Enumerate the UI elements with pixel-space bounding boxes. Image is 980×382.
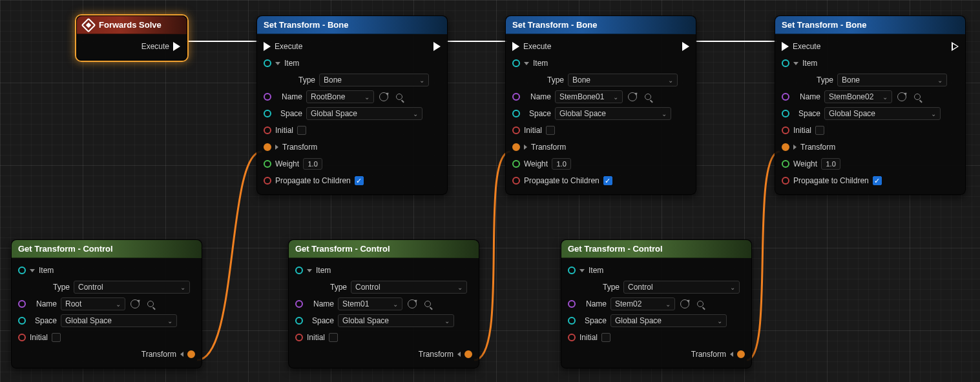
name-dropdown[interactable]: Stem02⌄	[610, 297, 675, 310]
item-pin[interactable]	[18, 266, 26, 274]
expand-transform-icon[interactable]	[180, 352, 183, 357]
expand-transform-icon[interactable]	[730, 352, 733, 357]
reset-icon[interactable]	[129, 298, 141, 310]
node-get-transform-control[interactable]: Get Transform - Control Item Type Contro…	[11, 239, 202, 368]
exec-out-pin[interactable]	[682, 42, 689, 51]
initial-pin[interactable]	[18, 334, 26, 341]
node-header[interactable]: Get Transform - Control	[289, 240, 479, 258]
space-dropdown[interactable]: Global Space⌄	[610, 314, 727, 327]
type-dropdown[interactable]: Bone⌄	[568, 74, 678, 86]
browse-icon[interactable]	[145, 298, 156, 310]
transform-out-pin[interactable]	[737, 350, 745, 358]
initial-checkbox[interactable]	[52, 333, 61, 342]
space-pin[interactable]	[18, 317, 26, 325]
collapse-item-icon[interactable]	[307, 269, 312, 272]
name-pin[interactable]	[512, 93, 520, 101]
collapse-item-icon[interactable]	[524, 62, 529, 65]
collapse-item-icon[interactable]	[30, 269, 35, 272]
transform-out-pin[interactable]	[464, 350, 472, 358]
propagate-pin[interactable]	[512, 177, 520, 185]
item-pin[interactable]	[568, 266, 576, 274]
propagate-checkbox[interactable]	[873, 176, 882, 185]
item-pin[interactable]	[512, 59, 520, 67]
initial-pin[interactable]	[512, 126, 520, 134]
type-dropdown[interactable]: Bone⌄	[319, 74, 429, 86]
collapse-item-icon[interactable]	[275, 62, 280, 65]
node-get-transform-control[interactable]: Get Transform - Control Item Type Contro…	[288, 239, 479, 368]
weight-input[interactable]: 1.0	[821, 158, 840, 170]
node-header[interactable]: Get Transform - Control	[12, 240, 202, 258]
collapse-item-icon[interactable]	[793, 62, 798, 65]
weight-pin[interactable]	[512, 160, 520, 168]
space-pin[interactable]	[568, 317, 576, 325]
type-dropdown[interactable]: Bone⌄	[837, 74, 947, 86]
reset-icon[interactable]	[406, 298, 418, 310]
exec-out-pin[interactable]	[433, 42, 441, 51]
node-set-transform-bone[interactable]: Set Transform - Bone Execute Item Type B…	[775, 15, 966, 195]
space-pin[interactable]	[295, 317, 303, 325]
initial-pin[interactable]	[568, 334, 576, 341]
node-header[interactable]: Set Transform - Bone	[506, 16, 696, 34]
browse-icon[interactable]	[422, 298, 433, 310]
exec-out-pin[interactable]	[173, 42, 180, 51]
propagate-pin[interactable]	[264, 177, 271, 185]
transform-pin[interactable]	[782, 143, 789, 151]
name-dropdown[interactable]: StemBone02⌄	[824, 90, 892, 103]
transform-out-pin[interactable]	[187, 350, 195, 358]
node-set-transform-bone[interactable]: Set Transform - Bone Execute Item Type B…	[256, 15, 448, 195]
space-pin[interactable]	[512, 110, 520, 117]
initial-checkbox[interactable]	[297, 126, 306, 135]
space-dropdown[interactable]: Global Space⌄	[61, 314, 177, 327]
reset-icon[interactable]	[627, 91, 638, 103]
type-dropdown[interactable]: Control⌄	[623, 281, 740, 294]
weight-pin[interactable]	[782, 160, 789, 168]
expand-transform-icon[interactable]	[457, 352, 461, 357]
node-header[interactable]: Set Transform - Bone	[775, 16, 965, 34]
name-pin[interactable]	[264, 93, 271, 101]
initial-pin[interactable]	[264, 126, 271, 134]
exec-in-pin[interactable]	[782, 42, 789, 51]
weight-input[interactable]: 1.0	[303, 158, 322, 170]
type-dropdown[interactable]: Control⌄	[74, 281, 190, 294]
node-header[interactable]: Get Transform - Control	[561, 240, 751, 258]
initial-checkbox[interactable]	[546, 126, 555, 135]
name-dropdown[interactable]: StemBone01⌄	[555, 90, 623, 103]
collapse-item-icon[interactable]	[579, 269, 585, 272]
node-set-transform-bone[interactable]: Set Transform - Bone Execute Item Type B…	[505, 15, 696, 195]
weight-pin[interactable]	[264, 160, 271, 168]
space-dropdown[interactable]: Global Space⌄	[555, 107, 671, 120]
browse-icon[interactable]	[393, 91, 405, 103]
propagate-pin[interactable]	[782, 177, 789, 185]
exec-out-pin[interactable]	[952, 42, 959, 51]
initial-pin[interactable]	[782, 126, 789, 134]
name-dropdown[interactable]: RootBone⌄	[306, 90, 374, 103]
reset-icon[interactable]	[896, 91, 908, 103]
space-dropdown[interactable]: Global Space⌄	[824, 107, 941, 120]
expand-transform-icon[interactable]	[793, 145, 797, 150]
initial-checkbox[interactable]	[601, 333, 610, 342]
node-header[interactable]: Forwards Solve	[77, 16, 187, 34]
node-forwards-solve[interactable]: Forwards Solve Execute	[76, 15, 187, 61]
name-pin[interactable]	[568, 300, 576, 308]
name-pin[interactable]	[295, 300, 303, 308]
name-pin[interactable]	[782, 93, 789, 101]
exec-in-pin[interactable]	[264, 42, 271, 51]
node-header[interactable]: Set Transform - Bone	[257, 16, 447, 34]
space-dropdown[interactable]: Global Space⌄	[306, 107, 422, 120]
reset-icon[interactable]	[378, 91, 390, 103]
name-dropdown[interactable]: Root⌄	[61, 297, 125, 310]
browse-icon[interactable]	[912, 91, 923, 103]
initial-checkbox[interactable]	[329, 333, 338, 342]
space-dropdown[interactable]: Global Space⌄	[338, 314, 454, 327]
item-pin[interactable]	[295, 266, 303, 274]
initial-pin[interactable]	[295, 334, 303, 341]
name-dropdown[interactable]: Stem01⌄	[338, 297, 402, 310]
item-pin[interactable]	[782, 59, 789, 67]
transform-pin[interactable]	[264, 143, 271, 151]
propagate-checkbox[interactable]	[603, 176, 612, 185]
reset-icon[interactable]	[679, 298, 691, 310]
browse-icon[interactable]	[694, 298, 706, 310]
name-pin[interactable]	[18, 300, 26, 308]
expand-transform-icon[interactable]	[275, 145, 278, 150]
item-pin[interactable]	[264, 59, 271, 67]
